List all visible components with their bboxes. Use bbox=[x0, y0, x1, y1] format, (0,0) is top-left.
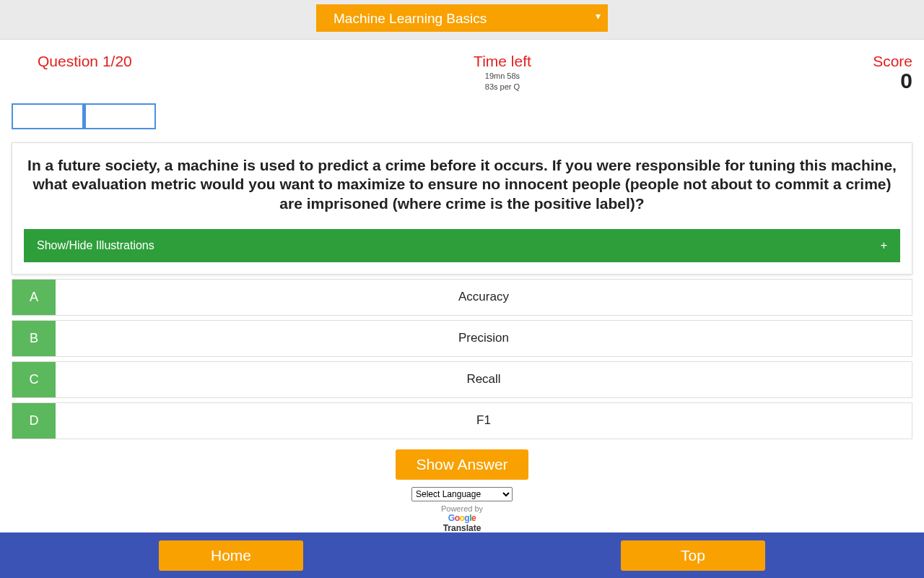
answer-option-c[interactable]: C Recall bbox=[12, 361, 912, 398]
answers-list: A Accuracy B Precision C Recall D F1 bbox=[12, 279, 912, 439]
topic-select-wrap: Machine Learning Basics bbox=[316, 4, 608, 32]
progress-seg-2 bbox=[86, 105, 155, 128]
answer-text: Recall bbox=[56, 362, 912, 397]
illustrations-toggle[interactable]: Show/Hide Illustrations + bbox=[24, 229, 900, 262]
meta-row: Question 1/20 Time left 19mn 58s 83s per… bbox=[0, 40, 924, 103]
show-answer-button[interactable]: Show Answer bbox=[396, 449, 528, 480]
question-text: In a future society, a machine is used t… bbox=[12, 143, 912, 223]
answer-letter: A bbox=[12, 280, 56, 315]
answer-text: Precision bbox=[56, 321, 912, 356]
answer-letter: D bbox=[12, 403, 56, 439]
question-counter: Question 1/20 bbox=[38, 53, 132, 70]
timer-block: Time left 19mn 58s 83s per Q bbox=[474, 53, 531, 92]
home-button[interactable]: Home bbox=[159, 540, 303, 571]
language-select[interactable]: Select Language bbox=[411, 487, 513, 501]
language-widget: Select Language Powered by Google Transl… bbox=[0, 487, 924, 533]
timer-remaining: 19mn 58s bbox=[474, 72, 531, 81]
progress-seg-1 bbox=[13, 105, 86, 128]
timer-title: Time left bbox=[474, 53, 531, 70]
powered-by-label: Powered by bbox=[0, 504, 924, 513]
question-card: In a future society, a machine is used t… bbox=[12, 142, 912, 275]
score-block: Score 0 bbox=[873, 53, 912, 93]
answer-option-d[interactable]: D F1 bbox=[12, 402, 912, 439]
timer-per-q: 83s per Q bbox=[474, 82, 531, 92]
top-bar: Machine Learning Basics bbox=[0, 0, 924, 40]
answer-option-a[interactable]: A Accuracy bbox=[12, 279, 912, 316]
score-value: 0 bbox=[873, 69, 912, 93]
plus-icon: + bbox=[881, 239, 887, 252]
google-logo: Google bbox=[0, 513, 924, 523]
answer-text: Accuracy bbox=[56, 280, 912, 315]
score-title: Score bbox=[873, 53, 912, 70]
translate-label: Translate bbox=[0, 523, 924, 533]
bottom-bar: Home Top bbox=[0, 532, 924, 578]
answer-letter: C bbox=[12, 362, 56, 397]
answer-option-b[interactable]: B Precision bbox=[12, 320, 912, 357]
answer-letter: B bbox=[12, 321, 56, 356]
illustrations-label: Show/Hide Illustrations bbox=[37, 239, 154, 252]
show-answer-wrap: Show Answer bbox=[0, 449, 924, 480]
question-counter-block: Question 1/20 bbox=[38, 53, 132, 70]
progress-bar bbox=[12, 103, 156, 129]
top-button[interactable]: Top bbox=[621, 540, 765, 571]
answer-text: F1 bbox=[56, 403, 912, 439]
topic-select[interactable]: Machine Learning Basics bbox=[316, 4, 608, 32]
